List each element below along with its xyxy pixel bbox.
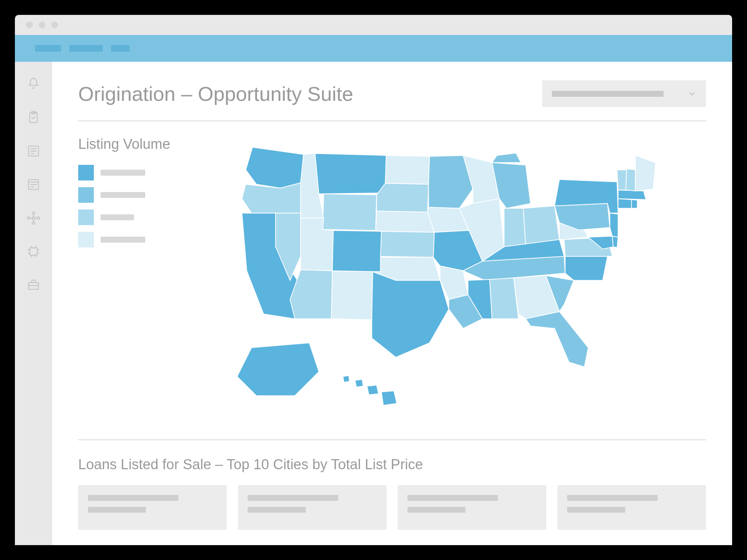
briefcase-icon[interactable] bbox=[26, 278, 41, 292]
legend-item bbox=[78, 165, 201, 180]
svg-point-4 bbox=[32, 217, 35, 220]
header-nav-item[interactable] bbox=[69, 45, 103, 52]
listing-volume-section: Listing Volume bbox=[78, 121, 706, 440]
svg-point-7 bbox=[27, 217, 30, 220]
svg-point-6 bbox=[32, 222, 35, 224]
svg-rect-9 bbox=[30, 248, 37, 255]
chevron-down-icon bbox=[687, 89, 696, 98]
legend-swatch bbox=[78, 232, 94, 247]
page-header: Origination – Opportunity Suite bbox=[78, 80, 706, 121]
notifications-icon[interactable] bbox=[26, 77, 41, 92]
clipboard-check-icon[interactable] bbox=[26, 110, 41, 125]
legend-label bbox=[101, 170, 145, 176]
list-icon[interactable] bbox=[26, 144, 41, 159]
app-header bbox=[15, 35, 732, 62]
header-nav-item[interactable] bbox=[35, 45, 61, 52]
legend-label bbox=[101, 214, 134, 220]
legend-label bbox=[101, 237, 145, 243]
city-card[interactable] bbox=[398, 485, 546, 530]
lower-section-title: Loans Listed for Sale – Top 10 Cities by… bbox=[78, 457, 706, 473]
legend-swatch bbox=[78, 165, 94, 180]
us-choropleth-map bbox=[201, 136, 706, 425]
city-card[interactable] bbox=[557, 485, 706, 530]
sidebar bbox=[15, 62, 52, 545]
svg-point-8 bbox=[37, 217, 40, 220]
document-icon[interactable] bbox=[26, 177, 41, 192]
dropdown-placeholder bbox=[552, 91, 664, 97]
legend-item bbox=[78, 232, 201, 247]
legend-label bbox=[101, 192, 145, 198]
window-close-icon[interactable] bbox=[26, 22, 33, 28]
filter-dropdown[interactable] bbox=[542, 80, 706, 107]
top-cities-cards bbox=[78, 485, 706, 530]
window-minimize-icon[interactable] bbox=[39, 22, 45, 28]
legend-item bbox=[78, 187, 201, 203]
header-nav-item[interactable] bbox=[111, 45, 130, 52]
network-icon[interactable] bbox=[26, 211, 41, 225]
chip-icon[interactable] bbox=[26, 244, 41, 259]
section-title: Listing Volume bbox=[78, 136, 201, 152]
browser-frame: Origination – Opportunity Suite Listing … bbox=[15, 15, 732, 545]
svg-point-5 bbox=[32, 212, 35, 214]
browser-titlebar bbox=[15, 15, 732, 35]
main-content: Origination – Opportunity Suite Listing … bbox=[52, 62, 732, 545]
window-maximize-icon[interactable] bbox=[51, 22, 58, 28]
legend-swatch bbox=[78, 209, 94, 225]
city-card[interactable] bbox=[78, 485, 227, 530]
city-card[interactable] bbox=[238, 485, 387, 530]
legend-swatch bbox=[78, 187, 94, 203]
legend-item bbox=[78, 209, 201, 225]
page-title: Origination – Opportunity Suite bbox=[78, 82, 353, 105]
